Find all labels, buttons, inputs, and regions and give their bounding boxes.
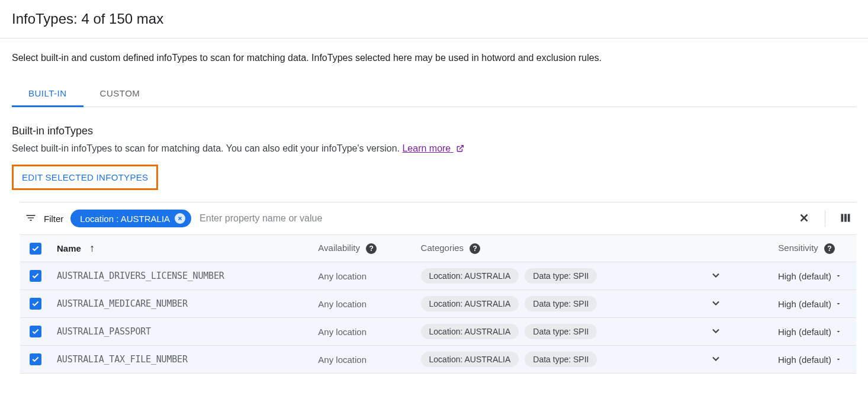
help-icon[interactable]: ? (366, 243, 377, 254)
filter-icon (25, 212, 37, 226)
dropdown-icon (835, 327, 842, 337)
availability-cell: Any location (312, 346, 414, 374)
categories-cell: Location: AUSTRALIAData type: SPII (415, 290, 698, 318)
page-title: InfoTypes: 4 of 150 max (12, 11, 856, 27)
column-settings-icon[interactable] (840, 212, 851, 226)
availability-cell: Any location (312, 290, 414, 318)
category-pill: Location: AUSTRALIA (421, 296, 519, 311)
categories-cell: Location: AUSTRALIAData type: SPII (415, 346, 698, 374)
table-row: AUSTRALIA_MEDICARE_NUMBERAny locationLoc… (20, 290, 856, 318)
column-header-name[interactable]: Name ↑ (51, 235, 312, 262)
select-all-checkbox[interactable] (30, 243, 41, 255)
sensitivity-value: High (default) (778, 355, 831, 365)
table-row: AUSTRALIA_TAX_FILE_NUMBERAny locationLoc… (20, 346, 856, 374)
category-pill: Location: AUSTRALIA (421, 268, 519, 284)
sensitivity-value: High (default) (778, 327, 831, 337)
filter-input[interactable] (198, 213, 790, 224)
filter-label: Filter (44, 214, 63, 224)
category-pill: Location: AUSTRALIA (421, 324, 519, 339)
edit-selected-infotypes-button[interactable]: EDIT SELECTED INFOTYPES (12, 165, 158, 190)
chevron-down-icon[interactable] (710, 273, 722, 283)
separator (825, 210, 825, 227)
table-row: AUSTRALIA_PASSPORTAny locationLocation: … (20, 318, 856, 346)
divider (0, 38, 868, 38)
sensitivity-value: High (default) (778, 299, 831, 309)
dropdown-icon (835, 355, 842, 365)
infotypes-table: Name ↑ Availability ? Categories ? Sensi… (20, 234, 856, 374)
learn-more-text: Learn more (402, 143, 451, 153)
infotype-name: AUSTRALIA_TAX_FILE_NUMBER (51, 346, 312, 374)
chevron-down-icon[interactable] (710, 301, 722, 311)
category-pill: Data type: SPII (525, 268, 597, 284)
tab-builtin[interactable]: BUILT-IN (12, 81, 83, 107)
svg-rect-1 (844, 214, 847, 221)
column-header-availability[interactable]: Availability ? (312, 235, 414, 262)
learn-more-link[interactable]: Learn more (402, 143, 464, 153)
row-checkbox[interactable] (30, 326, 41, 337)
sensitivity-dropdown[interactable]: High (default) (740, 355, 842, 365)
chevron-down-icon[interactable] (710, 329, 722, 339)
svg-rect-2 (848, 214, 850, 221)
svg-rect-0 (841, 214, 844, 221)
categories-cell: Location: AUSTRALIAData type: SPII (415, 262, 698, 290)
categories-cell: Location: AUSTRALIAData type: SPII (415, 318, 698, 346)
tabs: BUILT-IN CUSTOM (12, 81, 856, 107)
sort-ascending-icon: ↑ (89, 242, 95, 254)
infotype-name: AUSTRALIA_PASSPORT (51, 318, 312, 346)
table-row: AUSTRALIA_DRIVERS_LICENSE_NUMBERAny loca… (20, 262, 856, 290)
sensitivity-dropdown[interactable]: High (default) (740, 299, 842, 309)
filter-chip-text: Location : AUSTRALIA (80, 214, 170, 224)
row-checkbox[interactable] (30, 353, 41, 365)
sensitivity-dropdown[interactable]: High (default) (740, 327, 842, 337)
infotype-name: AUSTRALIA_MEDICARE_NUMBER (51, 290, 312, 318)
sensitivity-value: High (default) (778, 271, 831, 281)
category-pill: Data type: SPII (525, 352, 597, 367)
dropdown-icon (835, 271, 842, 281)
help-icon[interactable]: ? (470, 243, 480, 254)
category-pill: Data type: SPII (525, 296, 597, 311)
column-header-sensitivity[interactable]: Sensitivity ? (734, 235, 856, 262)
external-link-icon (456, 144, 464, 155)
filter-chip-location[interactable]: Location : AUSTRALIA (70, 210, 191, 227)
section-title: Built-in infoTypes (12, 125, 856, 137)
column-header-categories[interactable]: Categories ? (415, 235, 698, 262)
sensitivity-dropdown[interactable]: High (default) (740, 271, 842, 281)
help-icon[interactable]: ? (824, 243, 835, 254)
row-checkbox[interactable] (30, 270, 41, 282)
row-checkbox[interactable] (30, 298, 41, 310)
filter-bar: Filter Location : AUSTRALIA (20, 202, 856, 234)
clear-filter-icon[interactable] (798, 211, 811, 226)
infotype-name: AUSTRALIA_DRIVERS_LICENSE_NUMBER (51, 262, 312, 290)
dropdown-icon (835, 299, 842, 309)
section-desc-text: Select built-in infoTypes to scan for ma… (12, 143, 402, 153)
tab-custom[interactable]: CUSTOM (83, 81, 157, 107)
category-pill: Data type: SPII (525, 324, 597, 339)
availability-cell: Any location (312, 262, 414, 290)
chevron-down-icon[interactable] (710, 356, 722, 366)
section-description: Select built-in infoTypes to scan for ma… (12, 143, 856, 155)
close-icon[interactable] (175, 213, 185, 224)
category-pill: Location: AUSTRALIA (421, 352, 519, 367)
availability-cell: Any location (312, 318, 414, 346)
intro-text: Select built-in and custom defined infoT… (12, 53, 856, 63)
